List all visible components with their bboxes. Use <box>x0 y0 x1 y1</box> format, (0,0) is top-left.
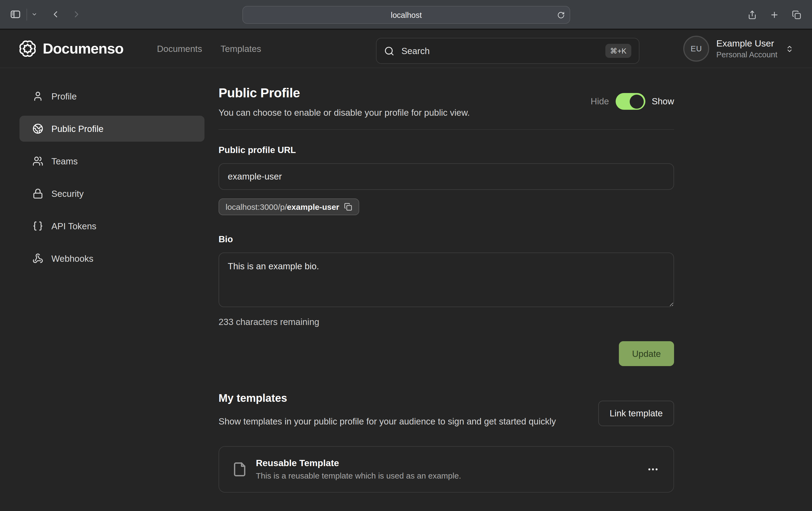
tab-overview-icon[interactable] <box>792 10 801 20</box>
braces-icon <box>32 221 43 232</box>
account-name: Example User <box>716 38 777 50</box>
back-icon[interactable] <box>50 9 61 20</box>
documenso-logo-icon <box>20 40 36 57</box>
page-subtitle: You can choose to enable or disable your… <box>219 108 470 118</box>
template-menu-icon[interactable] <box>645 464 661 474</box>
settings-content: Public Profile You can choose to enable … <box>219 83 674 492</box>
page-title: Public Profile <box>219 85 470 100</box>
top-nav: Documents Templates <box>157 43 261 54</box>
template-card: Reusable Template This is a reusable tem… <box>219 446 674 492</box>
bio-label: Bio <box>219 234 674 244</box>
lock-icon <box>32 188 43 199</box>
search-icon <box>384 46 395 56</box>
webhook-icon <box>32 253 43 264</box>
browser-window: localhost <box>0 0 812 511</box>
public-profile-url-label: Public profile URL <box>219 145 674 155</box>
sidebar-item-label: Webhooks <box>51 253 93 264</box>
users-icon <box>32 156 43 167</box>
nav-templates[interactable]: Templates <box>221 43 261 54</box>
my-templates-description: Show templates in your public profile fo… <box>219 414 600 428</box>
settings-nav: Profile Public Profile <box>20 83 204 492</box>
sidebar-item-teams[interactable]: Teams <box>20 148 204 174</box>
sidebar-item-label: Teams <box>51 156 78 166</box>
search-shortcut-badge: ⌘+K <box>605 44 631 58</box>
account-menu-trigger[interactable]: EU Example User Personal Account <box>683 36 793 62</box>
brand-logo[interactable]: Documenso <box>20 40 123 57</box>
chevrons-up-down-icon <box>785 44 793 53</box>
user-icon <box>32 91 43 102</box>
search-bar[interactable]: ⌘+K <box>376 38 639 64</box>
sidebar-item-security[interactable]: Security <box>20 181 204 207</box>
sidebar-item-label: Public Profile <box>51 124 104 134</box>
characters-remaining: 233 characters remaining <box>219 317 674 327</box>
browser-toolbar: localhost <box>0 0 812 30</box>
globe-icon <box>32 123 43 134</box>
file-icon <box>232 461 247 477</box>
toggle-knob <box>630 94 644 109</box>
profile-visibility-toggle[interactable] <box>615 93 645 110</box>
brand-name: Documenso <box>43 40 123 57</box>
profile-link-pill[interactable]: localhost:3000/p/example-user <box>219 199 359 215</box>
sidebar-item-label: Security <box>51 188 84 199</box>
copy-icon[interactable] <box>344 203 352 211</box>
bio-textarea[interactable]: This is an example bio. <box>219 252 674 307</box>
toggle-hide-label: Hide <box>591 96 609 107</box>
sidebar-item-profile[interactable]: Profile <box>20 83 204 109</box>
address-bar[interactable]: localhost <box>242 6 570 24</box>
account-type: Personal Account <box>716 50 777 59</box>
forward-icon[interactable] <box>71 9 82 20</box>
profile-link-text: localhost:3000/p/example-user <box>226 202 339 211</box>
sidebar-item-public-profile[interactable]: Public Profile <box>20 116 204 142</box>
sidebar-item-webhooks[interactable]: Webhooks <box>20 245 204 271</box>
reload-icon[interactable] <box>557 11 565 19</box>
link-template-button[interactable]: Link template <box>598 401 674 426</box>
sidebar-menu-chevron-icon[interactable] <box>31 11 37 17</box>
sidebar-item-api-tokens[interactable]: API Tokens <box>20 213 204 239</box>
section-divider <box>219 129 674 130</box>
template-name: Reusable Template <box>256 458 461 469</box>
address-url: localhost <box>391 10 422 19</box>
sidebar-toggle-icon[interactable] <box>10 9 21 20</box>
public-profile-url-input[interactable] <box>219 163 674 190</box>
search-input[interactable] <box>400 45 599 57</box>
template-description: This is a reusable template which is use… <box>256 471 461 480</box>
avatar: EU <box>683 36 709 62</box>
share-icon[interactable] <box>748 10 757 20</box>
toolbar-divider <box>27 8 27 20</box>
sidebar-item-label: API Tokens <box>51 221 96 231</box>
nav-documents[interactable]: Documents <box>157 43 202 54</box>
toggle-show-label: Show <box>651 96 674 107</box>
update-button[interactable]: Update <box>619 341 674 366</box>
app-header: Documenso Documents Templates ⌘+K EU Exa… <box>0 30 812 68</box>
sidebar-item-label: Profile <box>51 91 77 101</box>
new-tab-icon[interactable] <box>770 10 779 20</box>
